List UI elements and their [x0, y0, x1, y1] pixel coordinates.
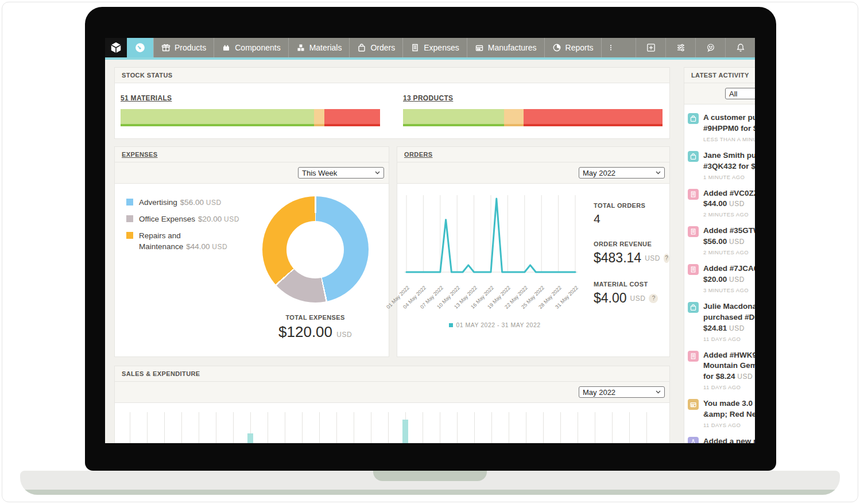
tab-products[interactable]: Products: [153, 38, 214, 57]
order-revenue-value: $483.14 USD ?: [594, 250, 669, 266]
total-expenses-value: $120.00 USD: [257, 323, 374, 341]
sales-gridline: [233, 412, 234, 443]
legend-swatch-advertising: [126, 199, 133, 206]
sales-period-value: May 2022: [583, 388, 615, 397]
activity-item[interactable]: Julie Macdonald purchased #D03C7A $24.81…: [688, 301, 755, 342]
sales-gridline: [354, 412, 354, 443]
orders-panel: ORDERS May 2022 01 May 202204 May 202207…: [397, 146, 670, 357]
activity-timestamp: 2 MINUTES AGO: [703, 249, 755, 255]
activity-line: #9HPPM0 for $280.0: [703, 123, 755, 134]
material-cost-value: $4.00 USD ?: [594, 290, 669, 306]
sales-gridline: [526, 412, 526, 443]
dashboard-content: STOCK STATUS 51 MATERIALS 13 PRODUCTS: [105, 60, 755, 443]
activity-timestamp: 1 MINUTE AGO: [703, 174, 755, 180]
boxes-icon: [296, 43, 305, 52]
screen: Products Components Materials: [105, 38, 755, 443]
activity-item[interactable]: Jane Smith purcha #3QK432 for $19.97 1 M…: [688, 150, 755, 180]
sales-period-select[interactable]: May 2022: [579, 386, 665, 398]
laptop-base: [20, 471, 840, 495]
activity-item[interactable]: A customer purcha #9HPPM0 for $280.0 LES…: [688, 113, 755, 142]
sales-gridline: [457, 412, 458, 443]
products-stock-bar: [403, 109, 663, 126]
activity-timestamp: 11 DAYS AGO: [703, 422, 755, 428]
tab-manufactures[interactable]: Manufactures: [467, 38, 544, 57]
activity-timestamp: 2 MINUTES AGO: [703, 211, 755, 218]
sales-gridline: [319, 412, 320, 443]
tab-reports[interactable]: Reports: [544, 38, 601, 57]
products-link[interactable]: 13 PRODUCTS: [403, 94, 453, 102]
orders-period-select[interactable]: May 2022: [579, 167, 665, 179]
cost-help-badge[interactable]: ?: [649, 294, 658, 303]
legend-value: $44.00 USD: [186, 242, 227, 251]
app-logo[interactable]: [105, 38, 127, 57]
legend-value: $20.00 USD: [198, 215, 239, 223]
chevron-down-icon: [375, 171, 380, 175]
sales-gridline: [147, 412, 148, 443]
gift-icon: [161, 43, 171, 52]
sales-gridline: [509, 412, 509, 443]
flask-icon: [688, 437, 699, 443]
settings-sliders-button[interactable]: [665, 38, 695, 57]
sales-gridline: [285, 412, 285, 443]
activity-line: Mountain Gems & Be: [703, 360, 755, 371]
total-orders-value: 4: [594, 212, 669, 226]
activity-item[interactable]: Added #35GTW8 $56.00 USD 2 MINUTES AGO: [688, 226, 755, 255]
orders-title-link[interactable]: ORDERS: [404, 151, 432, 158]
tab-dashboard[interactable]: [127, 38, 153, 57]
activity-list: A customer purcha #9HPPM0 for $280.0 LES…: [684, 104, 755, 443]
activity-item[interactable]: Added #VC0ZZE f $44.00 USD 2 MINUTES AGO: [688, 188, 755, 218]
materials-link[interactable]: 51 MATERIALS: [121, 94, 172, 102]
tab-expenses[interactable]: Expenses: [402, 38, 466, 57]
orders-chart-legend: 01 MAY 2022 - 31 MAY 2022: [404, 321, 586, 328]
expenses-title-link[interactable]: EXPENSES: [122, 151, 158, 158]
add-square-icon: [646, 43, 656, 52]
brick-icon: [222, 43, 231, 52]
legend-swatch-office-expenses: [126, 215, 133, 222]
laptop-hinge-notch: [373, 471, 487, 481]
tab-more-menu[interactable]: [601, 38, 620, 57]
sales-gridline: [216, 412, 216, 443]
stock-segment-in-stock: [121, 109, 314, 126]
laptop-base-edge: [20, 490, 840, 495]
sales-gridline: [336, 412, 337, 443]
receipt-icon: [688, 189, 699, 200]
expenses-period-value: This Week: [302, 169, 337, 177]
tab-materials[interactable]: Materials: [288, 38, 350, 57]
latest-activity-title: LATEST ACTIVITY: [684, 68, 755, 83]
shopping-bag-icon: [357, 43, 366, 52]
stock-segment-low-stock: [314, 109, 324, 126]
tab-label: Expenses: [424, 43, 459, 52]
sales-gridline: [130, 412, 130, 443]
material-cost-label: MATERIAL COST: [594, 281, 669, 288]
total-orders-label: TOTAL ORDERS: [594, 202, 669, 209]
legend-label: Repairs and Maintenance: [139, 231, 183, 250]
add-button[interactable]: [636, 38, 665, 57]
activity-line: Added a new reci: [703, 436, 755, 443]
revenue-help-badge[interactable]: ?: [664, 254, 669, 263]
activity-item[interactable]: Added #7JCA61 fo $20.00 USD 3 MINUTES AG…: [688, 263, 755, 293]
tab-orders[interactable]: Orders: [349, 38, 402, 57]
tab-label: Products: [175, 43, 206, 52]
more-vertical-icon: [607, 43, 614, 52]
tab-label: Orders: [370, 43, 395, 52]
top-nav: Products Components Materials: [105, 38, 755, 57]
activity-line: Julie Macdonald: [703, 301, 755, 312]
expenses-period-select[interactable]: This Week: [298, 167, 384, 179]
sales-gridline: [268, 412, 268, 443]
activity-item[interactable]: Added a new reci "Blue & Red Necklace 11…: [688, 436, 755, 443]
activity-item[interactable]: You made 3.0 x B &amp; Red Necklace 11 D…: [688, 398, 755, 428]
products-stock-group: 13 PRODUCTS: [403, 92, 663, 126]
activity-filter-select[interactable]: All: [725, 88, 755, 99]
total-expenses-label: TOTAL EXPENSES: [257, 314, 374, 321]
activity-item[interactable]: Added #HWK9EJ I Mountain Gems & Be for $…: [688, 350, 755, 391]
activity-line: &amp; Red Necklace: [703, 409, 755, 420]
chat-feedback-button[interactable]: [695, 38, 725, 57]
activity-timestamp: 11 DAYS AGO: [703, 336, 755, 342]
sales-gridline: [440, 412, 440, 443]
sales-gridline: [612, 412, 613, 443]
sales-gridline: [543, 412, 544, 443]
notifications-button[interactable]: [725, 38, 755, 57]
activity-line: $24.81 USD: [703, 323, 755, 334]
tab-components[interactable]: Components: [214, 38, 288, 57]
sales-gridline: [423, 412, 423, 443]
